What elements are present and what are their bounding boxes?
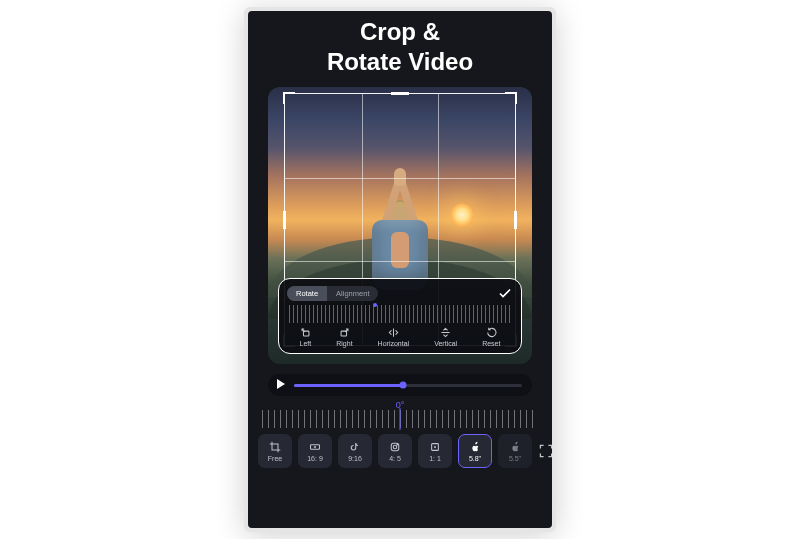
rotation-dial[interactable] [289,305,511,323]
app-screen: Crop & Rotate Video [248,11,552,528]
flip-horizontal-button[interactable]: Horizontal [378,327,410,347]
aspect-label: 5.5" [509,455,521,462]
expand-fullscreen-button[interactable] [538,434,552,468]
aspect-16-9[interactable]: 16: 9 [298,434,332,468]
svg-point-8 [435,446,436,447]
seek-progress [294,384,403,387]
video-preview[interactable]: Rotate Alignment Lef [268,87,532,364]
flip-vertical-label: Vertical [434,340,457,347]
reset-rotation-button[interactable]: Reset [482,327,500,347]
rotate-left-label: Left [300,340,312,347]
playback-bar [268,374,532,396]
reset-rotation-label: Reset [482,340,500,347]
seek-thumb[interactable] [400,382,407,389]
aspect-label: 16: 9 [307,455,323,462]
aspect-free[interactable]: Free [258,434,292,468]
aspect-label: 1: 1 [429,455,441,462]
phone-frame: Crop & Rotate Video [244,7,556,532]
title-line-1: Crop & [258,17,542,47]
crop-handle-top[interactable] [391,92,409,95]
aspect-1-1[interactable]: 1: 1 [418,434,452,468]
apple-icon [509,441,521,453]
svg-point-6 [397,444,398,445]
confirm-button[interactable] [497,285,513,301]
rotate-right-label: Right [336,340,352,347]
play-button[interactable] [276,379,286,391]
flip-vertical-button[interactable]: Vertical [434,327,457,347]
crop-handle-tr[interactable] [505,92,517,104]
aspect-tiktok[interactable]: 9:16 [338,434,372,468]
crop-handle-right[interactable] [514,211,517,229]
aspect-4-5[interactable]: 4: 5 [378,434,412,468]
rotate-alignment-segment[interactable]: Rotate Alignment [287,286,378,301]
page-title: Crop & Rotate Video [248,11,552,87]
aspect-label: 5.8" [469,455,481,462]
crop-handle-left[interactable] [283,211,286,229]
aspect-label: 4: 5 [389,455,401,462]
instagram-icon [389,441,401,453]
rotate-controls-panel: Rotate Alignment Lef [278,278,522,354]
expand-icon [538,443,552,459]
apple-icon [469,441,481,453]
svg-point-5 [393,445,396,448]
tab-alignment[interactable]: Alignment [327,286,378,301]
rotate-left-button[interactable]: Left [300,327,312,347]
tab-rotate[interactable]: Rotate [287,286,327,301]
flip-horizontal-label: Horizontal [378,340,410,347]
aspect-label: Free [268,455,282,462]
svg-point-3 [315,446,316,447]
rect-wide-icon [309,441,321,453]
aspect-apple-5-8[interactable]: 5.8" [458,434,492,468]
crop-handle-tl[interactable] [283,92,295,104]
rotation-ruler[interactable] [262,410,538,428]
square-icon [429,441,441,453]
title-line-2: Rotate Video [258,47,542,77]
aspect-label: 9:16 [348,455,362,462]
aspect-ratio-row: Free 16: 9 9:16 4: 5 1: 1 5.8" [248,428,552,476]
aspect-apple-5-5[interactable]: 5.5" [498,434,532,468]
seek-slider[interactable] [294,384,522,387]
crop-icon [269,441,281,453]
tiktok-icon [349,441,361,453]
preview-container: Rotate Alignment Lef [248,87,552,364]
rotate-right-button[interactable]: Right [336,327,352,347]
